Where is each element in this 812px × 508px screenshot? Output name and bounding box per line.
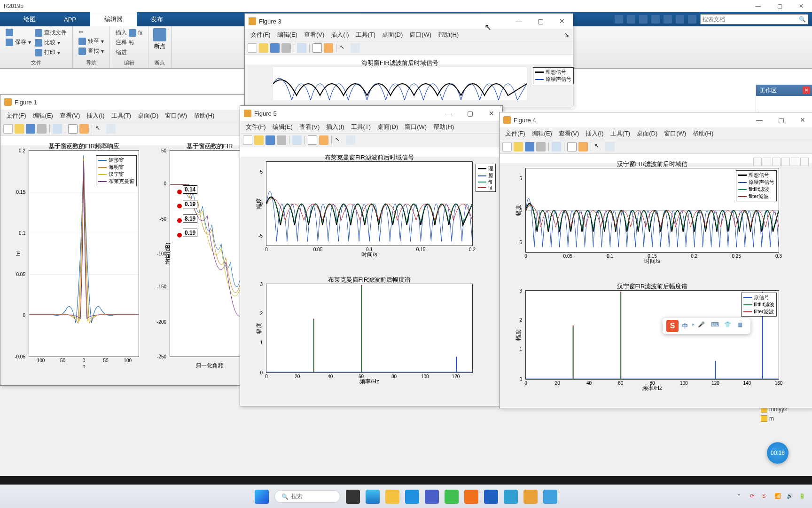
ime-voice-icon[interactable]: 🎤 [698,321,707,331]
help-icon[interactable] [688,15,696,24]
workspace-close-icon[interactable]: ✕ [803,87,810,94]
menu-view[interactable]: 查看(V) [556,128,582,139]
cut-icon[interactable] [627,15,635,24]
restore-view-icon[interactable] [800,158,809,166]
menu-help[interactable]: 帮助(H) [191,111,217,121]
dock-icon[interactable] [312,43,322,53]
menu-view[interactable]: 查看(V) [57,111,83,121]
matlab-taskbar-icon[interactable] [523,490,538,504]
menu-window[interactable]: 窗口(W) [406,30,434,40]
menu-file[interactable]: 文件(F) [502,128,528,139]
maximize-button[interactable]: ▢ [769,0,790,12]
grid-icon[interactable] [578,142,588,151]
menu-window[interactable]: 窗口(W) [402,122,429,132]
edge-icon[interactable] [366,490,380,504]
tray-ime-icon[interactable]: S [762,493,770,500]
goto-button[interactable]: 转至▾ [78,37,105,46]
menu-view[interactable]: 查看(V) [301,30,327,40]
tab-publish[interactable]: 发布 [137,12,177,26]
redo-icon[interactable] [676,15,684,24]
insert-legend-icon[interactable] [106,124,116,134]
new-figure-icon[interactable] [502,142,512,151]
menu-tools[interactable]: 工具(T) [109,111,134,121]
paste-icon[interactable] [651,15,660,24]
menu-tools[interactable]: 工具(T) [348,122,374,132]
menu-file[interactable]: 文件(F) [243,122,269,132]
save-icon[interactable] [615,15,623,24]
find-button[interactable]: 查找▾ [78,47,105,56]
new-figure-icon[interactable] [248,43,257,53]
dock-icon[interactable] [567,142,577,151]
new-figure-icon[interactable] [3,124,13,134]
open-icon[interactable] [514,142,523,151]
open-icon[interactable] [254,135,264,145]
ws-var[interactable]: m [758,414,812,423]
menu-edit[interactable]: 编辑(E) [270,122,296,132]
menu-view[interactable]: 查看(V) [297,122,322,132]
browser2-icon[interactable] [504,490,518,504]
insert-button[interactable]: 插入 fx [115,28,143,37]
menu-insert[interactable]: 插入(I) [328,30,351,40]
menu-help[interactable]: 帮助(H) [430,122,457,132]
insert-legend-icon[interactable] [605,142,615,151]
zoom-in-icon[interactable] [781,158,790,166]
save-icon[interactable] [525,142,534,151]
ime-keyboard-icon[interactable]: ⌨ [711,321,720,331]
wechat-icon[interactable] [445,490,459,504]
close-button[interactable]: ✕ [790,0,812,12]
menu-edit[interactable]: 编辑(E) [274,30,300,40]
sogou-logo-icon[interactable]: S [666,320,679,332]
link-icon[interactable] [552,142,561,151]
task-view-icon[interactable] [346,490,360,504]
indent-button[interactable]: 缩进 [115,48,143,57]
save-icon[interactable] [26,124,35,134]
save-icon[interactable] [270,43,280,53]
find-file-button[interactable]: 查找文件 [34,28,68,37]
explorer-icon[interactable] [385,490,399,504]
fig5-min[interactable]: — [437,106,459,121]
copy-icon[interactable] [639,15,648,24]
menu-more[interactable]: ↘ [564,32,573,38]
link-icon[interactable] [297,43,306,53]
menu-insert[interactable]: 插入(I) [84,111,107,121]
print-icon[interactable] [536,142,546,151]
grid-icon[interactable] [79,124,89,134]
start-button[interactable] [255,490,269,504]
tray-volume-icon[interactable]: 🔊 [787,493,794,500]
fig3-min[interactable]: — [508,14,530,29]
recording-timer[interactable]: 00:16 [767,442,789,464]
compare-button[interactable]: 比较▾ [34,38,68,47]
menu-window[interactable]: 窗口(W) [661,128,689,139]
insert-legend-icon[interactable] [351,43,360,53]
fig4-min[interactable]: — [749,112,770,127]
menu-window[interactable]: 窗口(W) [162,111,190,121]
print-button[interactable]: 打印▾ [34,48,68,57]
tray-sync-icon[interactable]: ⟳ [750,493,757,500]
nav-back[interactable]: ⇦ [78,28,105,36]
save-icon[interactable] [265,135,275,145]
grid-icon[interactable] [319,135,328,145]
ime-skin-icon[interactable]: 👕 [724,321,734,331]
search-input[interactable] [703,16,799,23]
menu-file[interactable]: 文件(F) [3,111,29,121]
menu-tools[interactable]: 工具(T) [353,30,379,40]
link-icon[interactable] [53,124,62,134]
mail-icon[interactable] [405,490,419,504]
ime-lang[interactable]: 中 [682,322,688,330]
dock-icon[interactable] [308,135,317,145]
fig5-max[interactable]: ▢ [459,106,481,121]
menu-insert[interactable]: 插入(I) [583,128,606,139]
pointer-icon[interactable]: ↖ [339,43,349,53]
menu-insert[interactable]: 插入(I) [323,122,347,132]
pointer-icon[interactable]: ↖ [335,135,344,145]
breakpoint-icon[interactable] [153,28,166,41]
print-icon[interactable] [37,124,47,134]
menu-desktop[interactable]: 桌面(D) [135,111,161,121]
word-icon[interactable] [484,490,498,504]
app-icon[interactable] [543,490,557,504]
menu-desktop[interactable]: 桌面(D) [379,30,406,40]
search-icon[interactable]: 🔍 [799,16,806,23]
taskbar-search[interactable]: 🔍 搜索 [274,490,340,503]
pointer-icon[interactable]: ↖ [95,124,104,134]
teams-icon[interactable] [425,490,439,504]
